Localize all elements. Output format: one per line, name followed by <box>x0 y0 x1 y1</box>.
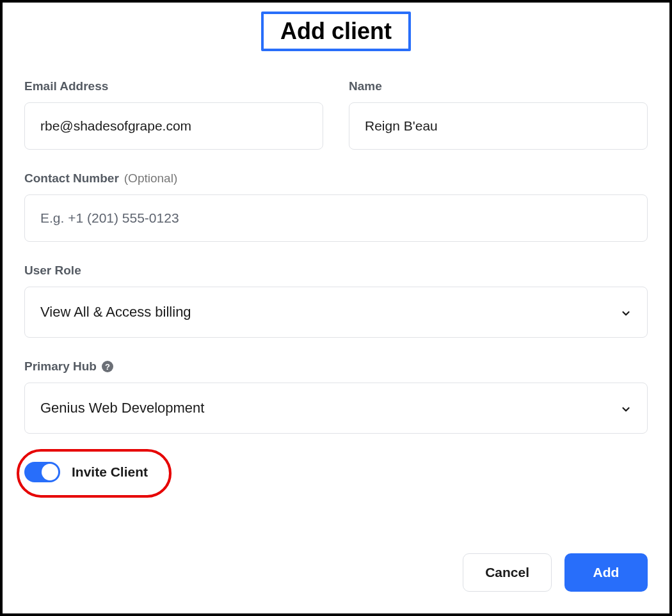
label-hub: Primary Hub ? <box>24 359 648 374</box>
help-icon[interactable]: ? <box>102 361 113 372</box>
hub-select-value: Genius Web Development <box>40 400 204 416</box>
role-select[interactable]: View All & Access billing <box>24 287 648 338</box>
chevron-down-icon <box>620 306 632 318</box>
cancel-button[interactable]: Cancel <box>463 553 552 592</box>
row-email-name: Email Address Name <box>24 79 648 150</box>
field-hub: Primary Hub ? Genius Web Development <box>24 359 648 434</box>
field-name: Name <box>349 79 648 150</box>
label-name: Name <box>349 79 648 93</box>
form-body: Email Address Name Contact Number (Optio… <box>24 79 648 528</box>
email-input[interactable] <box>24 102 323 150</box>
hub-select[interactable]: Genius Web Development <box>24 383 648 434</box>
field-contact: Contact Number (Optional) <box>24 171 648 242</box>
toggle-knob <box>42 464 58 480</box>
invite-client-label: Invite Client <box>72 464 148 480</box>
label-role: User Role <box>24 264 648 278</box>
field-email: Email Address <box>24 79 323 150</box>
modal-header: Add client <box>24 3 648 79</box>
role-select-value: View All & Access billing <box>40 304 191 320</box>
modal-title: Add client <box>261 12 411 51</box>
label-contact-text: Contact Number <box>24 171 119 186</box>
field-role: User Role View All & Access billing <box>24 264 648 338</box>
label-email: Email Address <box>24 79 323 93</box>
add-client-modal: Add client Email Address Name Contact Nu… <box>0 0 672 616</box>
chevron-down-icon <box>620 402 632 414</box>
label-contact-optional: (Optional) <box>124 171 177 186</box>
label-contact: Contact Number (Optional) <box>24 171 648 186</box>
label-hub-text: Primary Hub <box>24 359 97 374</box>
invite-client-row: Invite Client <box>24 462 648 482</box>
contact-input[interactable] <box>24 194 648 242</box>
invite-client-toggle[interactable] <box>24 462 60 482</box>
add-button[interactable]: Add <box>564 553 648 592</box>
name-input[interactable] <box>349 102 648 150</box>
modal-footer: Cancel Add <box>24 528 648 592</box>
